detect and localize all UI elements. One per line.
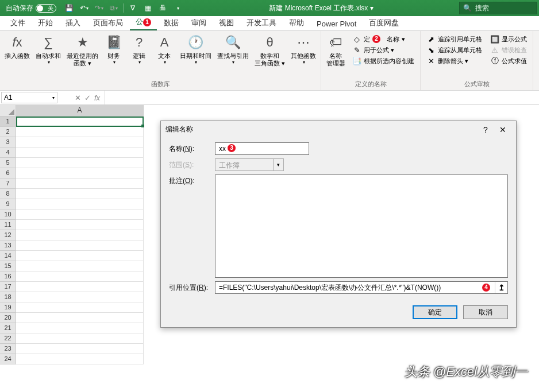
cell[interactable] [16, 137, 144, 148]
use-formula-button[interactable]: ✎用于公式 ▾ [350, 45, 417, 55]
row-header[interactable]: 6 [0, 168, 16, 178]
row-header[interactable]: 10 [0, 209, 16, 220]
formula-bar[interactable] [105, 91, 539, 104]
cell[interactable] [16, 178, 144, 189]
cell[interactable] [16, 199, 144, 209]
tab-review[interactable]: 审阅 [186, 15, 212, 30]
print-icon[interactable]: 🖶 [157, 2, 168, 14]
financial-button[interactable]: 📓财务▾ [102, 33, 126, 66]
autosave-toggle[interactable]: 自动保存 关 [2, 3, 60, 13]
tab-insert[interactable]: 插入 [60, 15, 86, 30]
tab-view[interactable]: 视图 [213, 15, 240, 30]
cell[interactable] [16, 127, 144, 137]
cell[interactable] [16, 209, 144, 220]
row-header[interactable]: 24 [0, 354, 16, 364]
cell[interactable] [16, 313, 144, 323]
lookup-button[interactable]: 🔍查找与引用▾ [215, 33, 251, 66]
cancel-formula-icon[interactable]: ✕ [75, 94, 81, 102]
name-box[interactable]: A1▾ [1, 92, 57, 103]
cell[interactable] [16, 189, 144, 199]
row-header[interactable]: 4 [0, 148, 16, 158]
trace-precedents-button[interactable]: ⬈追踪引用单元格 [424, 34, 484, 44]
cell[interactable] [16, 333, 144, 344]
cell[interactable] [16, 271, 144, 282]
row-header[interactable]: 22 [0, 333, 16, 344]
redo-icon[interactable]: ↷▾ [93, 2, 105, 14]
row-header[interactable]: 19 [0, 302, 16, 313]
accept-formula-icon[interactable]: ✓ [84, 94, 91, 102]
row-header[interactable]: 11 [0, 220, 16, 230]
error-check-button[interactable]: ⚠错误检查 [488, 45, 529, 55]
cell[interactable] [16, 323, 144, 333]
datetime-button[interactable]: 🕐日期和时间▾ [178, 33, 214, 66]
remove-arrows-button[interactable]: ✕删除箭头 ▾ [424, 56, 484, 66]
chevron-down-icon[interactable]: ▾ [52, 95, 55, 100]
cell[interactable] [16, 240, 144, 251]
collapse-dialog-icon[interactable]: ↥ [495, 282, 507, 293]
qat-dropdown-icon[interactable]: ▾ [172, 2, 183, 14]
save-icon[interactable]: 💾 [63, 2, 75, 14]
trace-dependents-button[interactable]: ⬊追踪从属单元格 [424, 45, 484, 55]
tab-dev[interactable]: 开发工具 [241, 15, 282, 30]
cell[interactable] [16, 251, 144, 261]
cell[interactable] [16, 117, 144, 127]
text-button[interactable]: A文本▾ [152, 33, 176, 66]
refers-input[interactable] [215, 282, 495, 293]
more-button[interactable]: ⋯其他函数▾ [288, 33, 318, 66]
row-header[interactable]: 8 [0, 189, 16, 199]
cell[interactable] [16, 344, 144, 354]
tab-help[interactable]: 帮助 [283, 15, 310, 30]
help-button[interactable]: ? [477, 125, 494, 134]
recent-button[interactable]: ★最近使用的 函数 ▾ [64, 33, 101, 68]
row-header[interactable]: 15 [0, 261, 16, 271]
comment-textarea[interactable] [215, 174, 508, 278]
cell[interactable] [16, 230, 144, 240]
cell[interactable] [16, 148, 144, 158]
tab-formulas[interactable]: 公1 [130, 14, 157, 30]
tab-data[interactable]: 数据 [158, 15, 184, 30]
row-header[interactable]: 20 [0, 313, 16, 323]
col-header-a[interactable]: A [16, 105, 144, 117]
tab-layout[interactable]: 页面布局 [87, 15, 129, 30]
row-header[interactable]: 17 [0, 282, 16, 292]
row-header[interactable]: 2 [0, 127, 16, 137]
undo-icon[interactable]: ↶▾ [78, 2, 90, 14]
row-header[interactable]: 5 [0, 158, 16, 168]
copy-icon[interactable]: ⧉▾ [108, 2, 120, 14]
tab-pivot[interactable]: Power Pivot [311, 17, 362, 30]
cell[interactable] [16, 158, 144, 168]
row-header[interactable]: 23 [0, 344, 16, 354]
cell[interactable] [16, 168, 144, 178]
cell[interactable] [16, 354, 144, 364]
filter-icon[interactable]: ∇ [127, 2, 138, 14]
logical-button[interactable]: ?逻辑▾ [127, 33, 151, 66]
autosum-button[interactable]: ∑自动求和▾ [33, 33, 63, 66]
tab-file[interactable]: 文件 [5, 15, 31, 30]
row-header[interactable]: 12 [0, 230, 16, 240]
tab-baidu[interactable]: 百度网盘 [363, 15, 405, 30]
row-header[interactable]: 16 [0, 271, 16, 282]
cancel-button[interactable]: 取消 [463, 305, 508, 319]
row-header[interactable]: 7 [0, 178, 16, 189]
row-header[interactable]: 14 [0, 251, 16, 261]
row-header[interactable]: 1 [0, 117, 16, 127]
row-header[interactable]: 3 [0, 137, 16, 148]
dialog-titlebar[interactable]: 编辑名称 ? ✕ [161, 121, 516, 138]
ok-button[interactable]: 确定 [413, 305, 457, 319]
grid-icon[interactable]: ▦ [142, 2, 153, 14]
row-header[interactable]: 9 [0, 199, 16, 209]
close-icon[interactable]: ✕ [494, 125, 511, 134]
row-header[interactable]: 21 [0, 323, 16, 333]
eval-formula-button[interactable]: ⓕ公式求值 [488, 56, 529, 66]
create-selection-button[interactable]: 📑根据所选内容创建 [350, 56, 417, 66]
define-name-button[interactable]: ◇定2 名称 ▾ [350, 34, 417, 44]
row-header[interactable]: 18 [0, 292, 16, 302]
fx-icon[interactable]: fx [94, 94, 100, 102]
search-box[interactable]: 🔍 搜索 [459, 2, 537, 14]
cell[interactable] [16, 292, 144, 302]
insert-function-button[interactable]: fx插入函数 [2, 33, 32, 61]
math-button[interactable]: θ数学和 三角函数 ▾ [252, 33, 287, 68]
show-formulas-button[interactable]: 🔲显示公式 [488, 34, 529, 44]
cell[interactable] [16, 282, 144, 292]
name-manager-button[interactable]: 🏷名称 管理器 [324, 33, 348, 68]
